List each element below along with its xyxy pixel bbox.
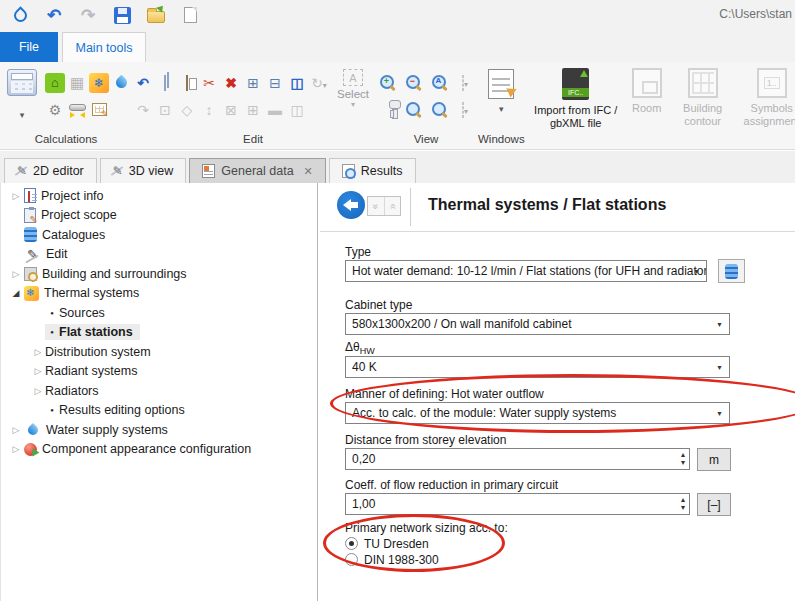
sizing-label: Primary network sizing acc. to: bbox=[345, 521, 508, 535]
open-icon[interactable] bbox=[146, 5, 166, 25]
symbols-assignment-button: Symbols assignment bbox=[737, 68, 795, 149]
tab-file[interactable]: File bbox=[0, 32, 58, 62]
mirror-icon[interactable]: ◫ bbox=[290, 75, 303, 91]
radio-din-1988-300[interactable]: DIN 1988-300 bbox=[345, 552, 439, 567]
tree-item-catalogues[interactable]: Catalogues bbox=[1, 225, 317, 245]
project-info-icon bbox=[24, 188, 36, 203]
calculations-button[interactable]: ▾ bbox=[0, 69, 44, 133]
tree-item-sources[interactable]: Sources bbox=[1, 303, 317, 323]
copy-icon[interactable] bbox=[164, 76, 166, 90]
back-button[interactable] bbox=[337, 191, 365, 219]
ruler-icon: ▬ bbox=[268, 102, 282, 118]
header-divider bbox=[410, 188, 411, 226]
cabinet-type-combobox[interactable]: 580x1300x200 / On wall manifold cabinet bbox=[345, 313, 730, 335]
import-ifc-button[interactable]: Import from IFC / gbXML file bbox=[533, 68, 619, 149]
undo-edit-icon[interactable]: ↶ bbox=[137, 75, 149, 91]
tree-item-distribution-system[interactable]: Distribution system bbox=[1, 342, 317, 362]
panel-header: » » Thermal systems / Flat stations bbox=[320, 183, 795, 232]
thermal-calc-icon[interactable]: ❄ bbox=[89, 73, 109, 93]
close-tab-icon[interactable]: ✕ bbox=[304, 165, 313, 178]
expander-icon[interactable] bbox=[9, 191, 23, 201]
bullet-icon bbox=[45, 310, 59, 316]
pin-icon: ↕ bbox=[206, 102, 213, 118]
tree-item-thermal-systems[interactable]: Thermal systems bbox=[1, 284, 317, 304]
water-calc-icon[interactable] bbox=[116, 77, 127, 88]
page-title: Thermal systems / Flat stations bbox=[428, 196, 666, 214]
spacing-icon: ⊞ bbox=[247, 102, 259, 118]
tree-item-flat-stations[interactable]: Flat stations bbox=[1, 323, 317, 343]
tree-item-water-supply-systems[interactable]: Water supply systems bbox=[1, 420, 317, 440]
editor-pencil-icon: ✎ bbox=[17, 164, 27, 178]
general-data-form-icon bbox=[202, 164, 215, 178]
distribute-icon[interactable]: ⊟ bbox=[269, 75, 281, 91]
flip-vertical-icon: ◫ bbox=[290, 102, 303, 118]
coeff-spinbox[interactable]: 1,00 ▴▾ bbox=[345, 493, 690, 515]
catalogues-icon bbox=[24, 227, 37, 242]
dtheta-hw-combobox[interactable]: 40 K bbox=[345, 356, 730, 378]
windows-list-icon[interactable] bbox=[488, 69, 514, 99]
results-table-icon[interactable] bbox=[92, 103, 107, 116]
radio-tu-dresden[interactable]: TU Dresden bbox=[345, 536, 429, 551]
zoom-in-icon[interactable]: + bbox=[379, 74, 396, 91]
tree-item-edit[interactable]: Edit bbox=[1, 245, 317, 265]
pipe-sizing-icon[interactable] bbox=[69, 108, 86, 111]
tab-main-tools[interactable]: Main tools bbox=[62, 32, 146, 62]
expander-icon[interactable] bbox=[9, 425, 23, 435]
spinner-arrows-icon[interactable]: ▴▾ bbox=[681, 496, 685, 512]
expander-icon[interactable] bbox=[9, 269, 23, 279]
align-nodes-icon[interactable]: ⊞ bbox=[247, 75, 259, 91]
zoom-out-icon[interactable]: − bbox=[405, 74, 422, 91]
coeff-label: Coeff. of flow reduction in primary circ… bbox=[345, 478, 558, 492]
type-combobox[interactable]: Hot water demand: 10-12 l/min / Flat sta… bbox=[345, 260, 707, 282]
building-calc-icon: ▦ bbox=[70, 74, 84, 92]
manner-of-defining-combobox[interactable]: Acc. to calc. of the module: Water suppl… bbox=[345, 402, 730, 424]
tab-2d-editor[interactable]: ✎ 2D editor bbox=[4, 158, 97, 183]
node-icon: ◇ bbox=[182, 102, 193, 118]
chevron-down-icon[interactable]: ▾ bbox=[20, 110, 25, 120]
calculator-icon[interactable] bbox=[7, 69, 37, 96]
new-file-icon[interactable] bbox=[180, 5, 200, 25]
app-logo-icon[interactable] bbox=[10, 5, 30, 25]
group-label-windows: Windows bbox=[478, 133, 525, 149]
building-surroundings-icon bbox=[24, 267, 37, 281]
chevron-down-icon[interactable]: ▾ bbox=[499, 104, 504, 114]
spinner-arrows-icon[interactable]: ▴▾ bbox=[681, 451, 685, 467]
radio-unselected-icon[interactable] bbox=[345, 553, 358, 566]
tree-item-project-scope[interactable]: Project scope bbox=[1, 206, 317, 226]
expander-icon[interactable] bbox=[31, 366, 45, 376]
tree-item-component-appearance-configuration[interactable]: Component appearance configuration bbox=[1, 440, 317, 460]
expander-icon[interactable] bbox=[9, 444, 23, 454]
room-icon bbox=[632, 68, 662, 98]
zoom-window-icon[interactable] bbox=[431, 101, 448, 118]
zoom-previous-icon[interactable] bbox=[405, 101, 422, 118]
tree-item-project-info[interactable]: Project info bbox=[1, 186, 317, 206]
catalogue-button[interactable] bbox=[718, 259, 745, 283]
room-button: Room bbox=[625, 68, 669, 149]
tab-results[interactable]: Results bbox=[329, 158, 416, 183]
undo-icon[interactable]: ↶ bbox=[44, 5, 64, 25]
ribbon: ▾ ⌂ ▦ ❄ ⚙ Calculations ↶ bbox=[0, 62, 795, 150]
save-icon[interactable] bbox=[112, 5, 132, 25]
tree-item-radiators[interactable]: Radiators bbox=[1, 381, 317, 401]
distance-spinbox[interactable]: 0,20 ▴▾ bbox=[345, 448, 690, 470]
tree-item-results-editing-options[interactable]: Results editing options bbox=[1, 401, 317, 421]
tab-3d-view[interactable]: ✎ 3D view bbox=[100, 158, 187, 183]
cut-icon[interactable]: ✂ bbox=[203, 75, 215, 91]
paste-icon[interactable] bbox=[186, 76, 188, 90]
tab-general-data[interactable]: General data ✕ bbox=[189, 158, 326, 183]
radio-selected-icon[interactable] bbox=[345, 537, 358, 550]
tree-item-building-and-surroundings[interactable]: Building and surroundings bbox=[1, 264, 317, 284]
thermal-systems-icon bbox=[24, 286, 39, 301]
expander-icon[interactable] bbox=[31, 386, 45, 396]
zoom-all-icon[interactable]: A bbox=[431, 74, 448, 91]
collapse-expand-buttons: » » bbox=[367, 196, 401, 216]
delete-icon[interactable]: ✖ bbox=[225, 75, 237, 91]
tree-item-radiant-systems[interactable]: Radiant systems bbox=[1, 362, 317, 382]
heat-load-icon[interactable]: ⌂ bbox=[45, 73, 65, 93]
coeff-unit-button[interactable]: [–] bbox=[697, 493, 731, 516]
distance-unit-button[interactable]: m bbox=[697, 448, 731, 471]
expander-icon[interactable] bbox=[31, 347, 45, 357]
bullet-icon bbox=[45, 407, 59, 413]
group-label-calculations: Calculations bbox=[0, 133, 132, 149]
expander-icon[interactable] bbox=[9, 288, 23, 298]
